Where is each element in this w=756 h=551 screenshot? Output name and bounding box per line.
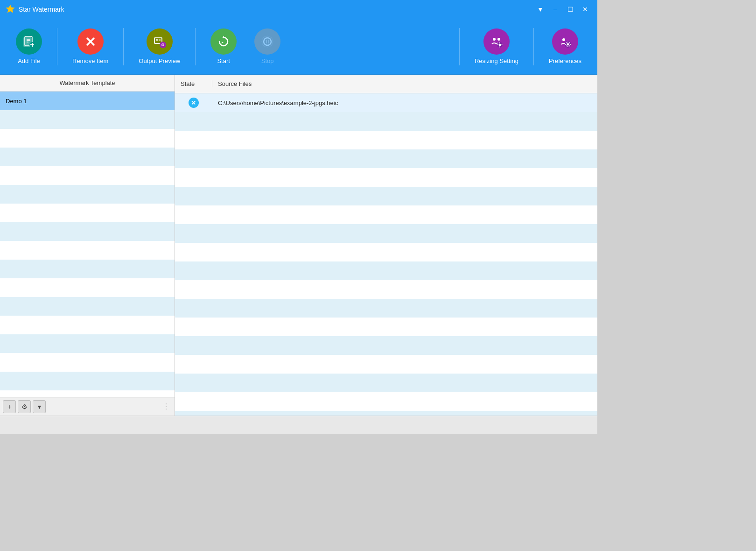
list-item [0,390,175,397]
preferences-button[interactable]: Preferences [542,25,588,68]
toolbar-sep-2 [123,28,124,65]
svg-line-43 [566,42,567,43]
add-template-button[interactable]: + [3,400,16,413]
table-row [175,149,597,168]
list-item [0,110,175,129]
svg-rect-24 [266,40,267,43]
table-row [175,336,597,355]
minimize-btn[interactable]: – [549,3,562,16]
table-row [175,318,597,336]
drag-handle: ⋮ [162,402,172,411]
app-title: Star Watermark [19,6,64,13]
table-row [175,299,597,318]
table-row [175,374,597,392]
template-list: Demo 1 [0,92,175,397]
col-state-header: State [175,80,212,87]
template-item-label: Demo 1 [6,98,27,105]
list-item [0,166,175,185]
watermark-template-header: Watermark Template [0,75,175,92]
add-file-icon [16,28,42,55]
svg-point-28 [497,38,500,41]
add-file-button[interactable]: Add File [9,25,49,68]
start-label: Start [217,57,230,64]
remove-item-label: Remove Item [72,57,108,64]
resizing-setting-button[interactable]: Resizing Setting [468,25,525,68]
remove-item-button[interactable]: Remove Item [66,25,115,68]
start-button[interactable]: Start [204,25,243,68]
stop-icon [254,28,280,55]
window-controls: ▼ – ☐ ✕ [534,3,592,16]
svg-point-36 [562,38,565,41]
svg-point-38 [567,43,569,46]
table-body: ✕ C:\Users\home\Pictures\example-2-jpgs.… [175,93,597,416]
table-row [175,392,597,411]
svg-rect-13 [156,39,158,41]
svg-line-45 [569,42,570,43]
table-row [175,205,597,224]
status-error-icon: ✕ [189,98,199,108]
table-row [175,243,597,261]
preferences-label: Preferences [549,57,581,64]
toolbar-sep-5 [533,28,534,65]
output-preview-icon [147,28,173,55]
cell-state: ✕ [175,98,212,108]
svg-point-27 [493,38,496,41]
list-item [0,316,175,334]
table-row [175,168,597,187]
add-file-label: Add File [18,57,40,64]
table-row [175,187,597,205]
svg-marker-0 [6,5,15,13]
cell-source: C:\Users\home\Pictures\example-2-jpgs.he… [212,99,597,106]
svg-point-30 [498,44,501,46]
list-item [0,185,175,204]
svg-line-44 [569,46,570,46]
svg-line-46 [566,46,567,46]
settings-template-button[interactable]: ⚙ [18,400,31,413]
table-row [175,112,597,131]
toolbar-sep-3 [195,28,196,65]
output-preview-label: Output Preview [139,57,180,64]
remove-item-icon [77,28,104,55]
toolbar-sep-1 [57,28,57,65]
table-header: State Source Files [175,75,597,93]
stop-button[interactable]: Stop [248,25,287,68]
svg-rect-25 [268,40,269,43]
app-logo-icon [6,4,15,15]
list-item [0,297,175,316]
col-source-header: Source Files [212,80,597,87]
list-item [0,334,175,353]
list-item [0,241,175,260]
table-row [175,411,597,416]
table-row [175,131,597,149]
left-panel: Watermark Template Demo 1 + [0,75,175,416]
status-bar [0,416,597,434]
list-item[interactable]: Demo 1 [0,92,175,110]
list-item [0,148,175,166]
title-bar: Star Watermark ▼ – ☐ ✕ [0,0,597,19]
toolbar: Add File Remove Item Output Prev [0,19,597,75]
table-row [175,355,597,374]
list-item [0,278,175,297]
start-icon [210,28,237,55]
maximize-btn[interactable]: ☐ [564,3,577,16]
dropdown-template-button[interactable]: ▾ [33,400,46,413]
toolbar-sep-4 [459,28,460,65]
table-row [175,280,597,299]
list-item [0,129,175,148]
output-preview-button[interactable]: Output Preview [132,25,187,68]
right-panel: State Source Files ✕ C:\Users\home\Pictu… [175,75,597,416]
bottom-toolbar: + ⚙ ▾ ⋮ [0,397,175,416]
preferences-icon [552,28,578,55]
resizing-setting-icon [483,28,510,55]
menu-btn[interactable]: ▼ [534,3,547,16]
resizing-setting-label: Resizing Setting [475,57,518,64]
close-btn[interactable]: ✕ [579,3,592,16]
stop-label: Stop [261,57,274,64]
list-item [0,260,175,278]
table-row [175,261,597,280]
table-row [175,224,597,243]
main-content: Watermark Template Demo 1 + [0,75,597,416]
list-item [0,222,175,241]
list-item [0,353,175,372]
table-row[interactable]: ✕ C:\Users\home\Pictures\example-2-jpgs.… [175,93,597,112]
